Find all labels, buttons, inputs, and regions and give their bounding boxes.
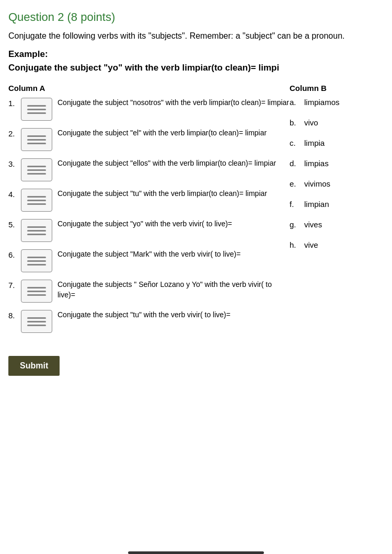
- drag-line: [27, 166, 46, 167]
- drag-line: [27, 112, 46, 114]
- answer-letter: d.: [290, 159, 304, 168]
- drag-line: [27, 196, 46, 198]
- question-text: Conjugate the subject "tu" with the verb…: [57, 310, 290, 320]
- answer-text: vivimos: [304, 179, 330, 188]
- answer-item: a. limpiamos: [290, 98, 384, 107]
- list-item: 8. Conjugate the subject "tu" with the v…: [8, 310, 290, 333]
- column-a: Column A 1. Conjugate the subject "nosot…: [8, 84, 290, 340]
- question-text: Conjugate the subject "nosotros" with th…: [57, 98, 290, 108]
- answer-letter: b.: [290, 118, 304, 127]
- drag-box[interactable]: [21, 280, 52, 303]
- question-text: Conjugate the subject "Mark" with the ve…: [57, 249, 290, 260]
- drag-box[interactable]: [21, 249, 52, 272]
- drag-line: [27, 135, 46, 137]
- answer-text: vivo: [304, 118, 318, 127]
- answer-item: c. limpia: [290, 138, 384, 147]
- answer-text: limpias: [304, 159, 329, 168]
- answer-letter: a.: [290, 98, 304, 107]
- answer-text: limpian: [304, 200, 329, 209]
- drag-line: [27, 325, 46, 326]
- answer-item: d. limpias: [290, 159, 384, 168]
- question-text: Conjugate the subject "ellos" with the v…: [57, 158, 290, 169]
- column-b: Column B a. limpiamos b. vivo c. limpia …: [290, 84, 384, 261]
- drag-line: [27, 139, 46, 141]
- drag-line: [27, 230, 46, 232]
- list-item: 1. Conjugate the subject "nosotros" with…: [8, 98, 290, 121]
- example-line: Conjugate the subject "yo" with the verb…: [8, 63, 384, 73]
- answer-letter: f.: [290, 200, 304, 209]
- drag-line: [27, 317, 46, 319]
- list-item: 5. Conjugate the subject "yo" with the v…: [8, 219, 290, 242]
- answer-item: h. vive: [290, 240, 384, 249]
- answer-text: limpia: [304, 138, 325, 147]
- answer-item: b. vivo: [290, 118, 384, 127]
- item-number: 4.: [8, 189, 21, 199]
- item-number: 1.: [8, 98, 21, 108]
- answer-letter: c.: [290, 138, 304, 147]
- item-number: 8.: [8, 310, 21, 320]
- question-text: Conjugate the subject "el" with the verb…: [57, 128, 290, 138]
- list-item: 7. Conjugate the subjects " Señor Lozano…: [8, 280, 290, 303]
- example-label: Example:: [8, 49, 384, 60]
- drag-line: [27, 291, 46, 292]
- drag-line: [27, 109, 46, 110]
- question-number: Question 2: [8, 10, 64, 24]
- drag-line: [27, 257, 46, 258]
- drag-line: [27, 105, 46, 107]
- list-item: 6. Conjugate the subject "Mark" with the…: [8, 249, 290, 272]
- answer-item: g. vives: [290, 220, 384, 229]
- item-number: 5.: [8, 219, 21, 229]
- drag-line: [27, 226, 46, 228]
- item-number: 6.: [8, 249, 21, 259]
- drag-line: [27, 169, 46, 171]
- drag-line: [27, 200, 46, 201]
- answer-letter: h.: [290, 240, 304, 249]
- question-text: Conjugate the subject "yo" with the verb…: [57, 219, 290, 229]
- answer-letter: e.: [290, 179, 304, 188]
- drag-line: [27, 287, 46, 288]
- answer-item: f. limpian: [290, 200, 384, 209]
- answer-letter: g.: [290, 220, 304, 229]
- question-list: 1. Conjugate the subject "nosotros" with…: [8, 98, 290, 333]
- item-number: 3.: [8, 158, 21, 168]
- question-text: Conjugate the subjects " Señor Lozano y …: [57, 280, 290, 300]
- answer-list: a. limpiamos b. vivo c. limpia d. limpia…: [290, 98, 384, 249]
- list-item: 3. Conjugate the subject "ellos" with th…: [8, 158, 290, 181]
- instructions: Conjugate the following verbs with its "…: [8, 30, 384, 42]
- column-b-header: Column B: [290, 84, 384, 93]
- drag-box[interactable]: [21, 219, 52, 242]
- item-number: 7.: [8, 280, 21, 290]
- answer-text: vive: [304, 240, 318, 249]
- drag-line: [27, 173, 46, 175]
- drag-box[interactable]: [21, 189, 52, 212]
- question-title: Question 2 (8 points): [8, 10, 384, 24]
- drag-line: [27, 264, 46, 266]
- drag-box[interactable]: [21, 310, 52, 333]
- list-item: 2. Conjugate the subject "el" with the v…: [8, 128, 290, 151]
- column-a-header: Column A: [8, 84, 290, 93]
- question-text: Conjugate the subject "tu" with the verb…: [57, 189, 290, 199]
- drag-line: [27, 143, 46, 144]
- drag-line: [27, 260, 46, 262]
- answer-text: vives: [304, 220, 322, 229]
- drag-line: [27, 234, 46, 235]
- list-item: 4. Conjugate the subject "tu" with the v…: [8, 189, 290, 212]
- answer-text: limpiamos: [304, 98, 340, 107]
- submit-button[interactable]: Submit: [8, 356, 60, 376]
- answer-item: e. vivimos: [290, 179, 384, 188]
- bottom-bar: [128, 551, 264, 554]
- drag-line: [27, 321, 46, 322]
- drag-line: [27, 203, 46, 205]
- drag-box[interactable]: [21, 128, 52, 151]
- item-number: 2.: [8, 128, 21, 138]
- drag-box[interactable]: [21, 98, 52, 121]
- points: (8 points): [67, 10, 116, 24]
- drag-box[interactable]: [21, 158, 52, 181]
- drag-line: [27, 294, 46, 296]
